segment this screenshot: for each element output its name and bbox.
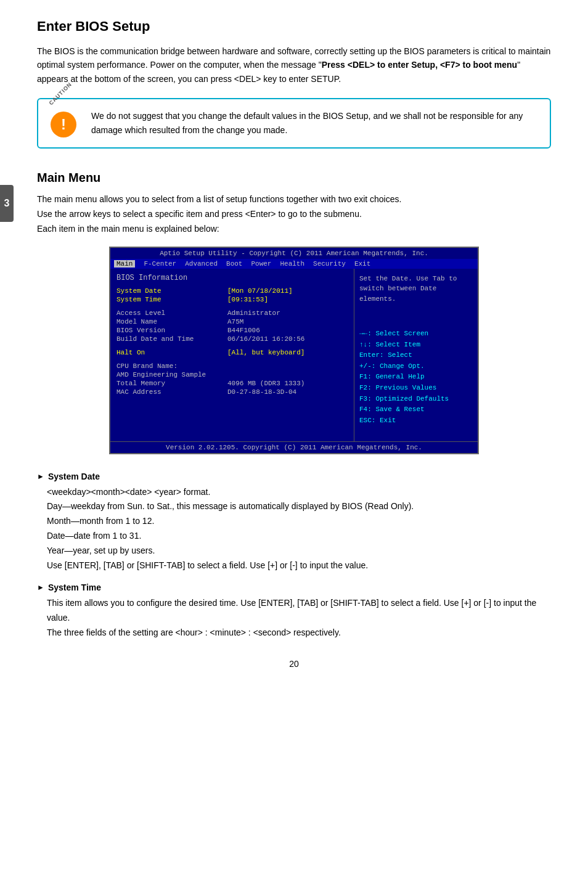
bios-row-model-name: Model Name A75M xyxy=(116,318,348,325)
bios-menu-bar: Main F-Center Advanced Boot Power Health… xyxy=(110,259,478,269)
item-system-date: ► System Date <weekday><month><date> <ye… xyxy=(37,472,551,573)
bios-main-panel: BIOS Information System Date [Mon 07/18/… xyxy=(110,269,354,441)
bios-menu-security[interactable]: Security xyxy=(313,260,346,268)
bios-legend: →←: Select Screen ↑↓: Select Item Enter:… xyxy=(359,329,473,426)
bios-value-total-memory: 4096 MB (DDR3 1333) xyxy=(227,380,304,387)
bios-label-amd-eng: AMD Engineering Sample xyxy=(116,371,227,378)
bios-footer: Version 2.02.1205. Copyright (C) 2011 Am… xyxy=(110,441,478,453)
main-menu-line3: Each item in the main menu is explained … xyxy=(37,224,219,234)
bios-section-title: BIOS Information xyxy=(116,274,348,282)
bios-label-system-date: System Date xyxy=(116,287,227,295)
bios-value-build-date: 06/16/2011 16:20:56 xyxy=(227,335,304,343)
bios-row-bios-version: BIOS Version B44F1006 xyxy=(116,327,348,334)
bios-value-halt-on: [All, but keyboard] xyxy=(227,349,304,356)
bios-menu-health[interactable]: Health xyxy=(280,260,304,268)
caution-exclamation-icon: ! xyxy=(51,112,76,137)
system-date-format: <weekday><month><date> <year> format. xyxy=(47,487,210,497)
system-time-fields: The three fields of the setting are <hou… xyxy=(47,627,341,637)
bios-value-system-time: [09:31:53] xyxy=(227,296,268,303)
bios-menu-fcenter[interactable]: F-Center xyxy=(144,260,176,268)
bios-label-build-date: Build Date and Time xyxy=(116,335,227,343)
bios-title-bar: Aptio Setup Utility - Copyright (C) 2011… xyxy=(110,248,478,259)
intro-bold: Press <DEL> to enter Setup, <F7> to boot… xyxy=(322,60,517,70)
bios-menu-boot[interactable]: Boot xyxy=(226,260,242,268)
bios-body: BIOS Information System Date [Mon 07/18/… xyxy=(110,269,478,441)
item-system-date-label: System Date xyxy=(48,472,100,481)
bios-row-cpu-brand: CPU Brand Name: xyxy=(116,362,348,370)
main-menu-line2: Use the arrow keys to select a specific … xyxy=(37,209,362,219)
system-time-desc: This item allows you to configure the de… xyxy=(47,598,536,623)
bios-value-access-level: Administrator xyxy=(227,309,280,317)
main-menu-title: Main Menu xyxy=(37,171,551,185)
item-system-time: ► System Time This item allows you to co… xyxy=(37,582,551,640)
arrow-icon-system-time: ► xyxy=(37,583,44,592)
bios-row-access-level: Access Level Administrator xyxy=(116,309,348,317)
bios-label-total-memory: Total Memory xyxy=(116,380,227,387)
caution-text: We do not suggest that you change the de… xyxy=(91,109,537,137)
system-date-year: Year—year, set up by users. xyxy=(47,546,155,555)
bios-row-amd-eng: AMD Engineering Sample xyxy=(116,371,348,378)
bios-sidebar: Set the Date. Use Tab toswitch between D… xyxy=(354,269,478,441)
system-date-day: Day—weekday from Sun. to Sat., this mess… xyxy=(47,501,414,511)
bios-menu-main[interactable]: Main xyxy=(114,260,135,268)
page-title: Enter BIOS Setup xyxy=(37,18,551,35)
system-date-month: Month—month from 1 to 12. xyxy=(47,516,154,526)
page-number: 20 xyxy=(37,659,551,669)
bios-label-access-level: Access Level xyxy=(116,309,227,317)
bios-label-halt-on: Halt On xyxy=(116,349,227,356)
item-system-time-title: ► System Time xyxy=(37,582,551,592)
bios-label-system-time: System Time xyxy=(116,296,227,303)
side-tab: 3 xyxy=(0,185,14,222)
bios-row-halt-on[interactable]: Halt On [All, but keyboard] xyxy=(116,349,348,356)
side-tab-label: 3 xyxy=(4,198,10,209)
bios-row-build-date: Build Date and Time 06/16/2011 16:20:56 xyxy=(116,335,348,343)
bios-screen: Aptio Setup Utility - Copyright (C) 2011… xyxy=(109,247,479,454)
bios-menu-advanced[interactable]: Advanced xyxy=(185,260,218,268)
bios-value-model-name: A75M xyxy=(227,318,243,325)
main-menu-line1: The main menu allows you to select from … xyxy=(37,194,401,204)
bios-row-system-time[interactable]: System Time [09:31:53] xyxy=(116,296,348,303)
bios-row-mac-address: MAC Address D0-27-88-18-3D-04 xyxy=(116,388,348,396)
bios-row-system-date[interactable]: System Date [Mon 07/18/2011] xyxy=(116,287,348,295)
caution-icon-wrap: CAUTION ! xyxy=(51,109,81,137)
bios-label-mac-address: MAC Address xyxy=(116,388,227,396)
bios-menu-power[interactable]: Power xyxy=(251,260,271,268)
bios-label-bios-version: BIOS Version xyxy=(116,327,227,334)
bios-label-model-name: Model Name xyxy=(116,318,227,325)
bios-label-cpu-brand: CPU Brand Name: xyxy=(116,362,227,370)
bios-row-total-memory: Total Memory 4096 MB (DDR3 1333) xyxy=(116,380,348,387)
caution-box: CAUTION ! We do not suggest that you cha… xyxy=(37,98,551,149)
system-date-date: Date—date from 1 to 31. xyxy=(47,531,141,541)
main-menu-intro: The main menu allows you to select from … xyxy=(37,192,551,236)
system-date-usage: Use [ENTER], [TAB] or [SHIFT-TAB] to sel… xyxy=(47,560,368,570)
bios-value-bios-version: B44F1006 xyxy=(227,327,260,334)
item-system-date-title: ► System Date xyxy=(37,472,551,481)
arrow-icon-system-date: ► xyxy=(37,472,44,481)
bios-help-text: Set the Date. Use Tab toswitch between D… xyxy=(359,274,473,304)
bios-value-system-date: [Mon 07/18/2011] xyxy=(227,287,293,295)
intro-paragraph: The BIOS is the communication bridge bet… xyxy=(37,44,551,86)
bios-value-mac-address: D0-27-88-18-3D-04 xyxy=(227,388,296,396)
item-system-time-body: This item allows you to configure the de… xyxy=(37,596,551,640)
item-system-time-label: System Time xyxy=(48,582,101,592)
item-system-date-body: <weekday><month><date> <year> format. Da… xyxy=(37,485,551,573)
bios-menu-exit[interactable]: Exit xyxy=(354,260,370,268)
